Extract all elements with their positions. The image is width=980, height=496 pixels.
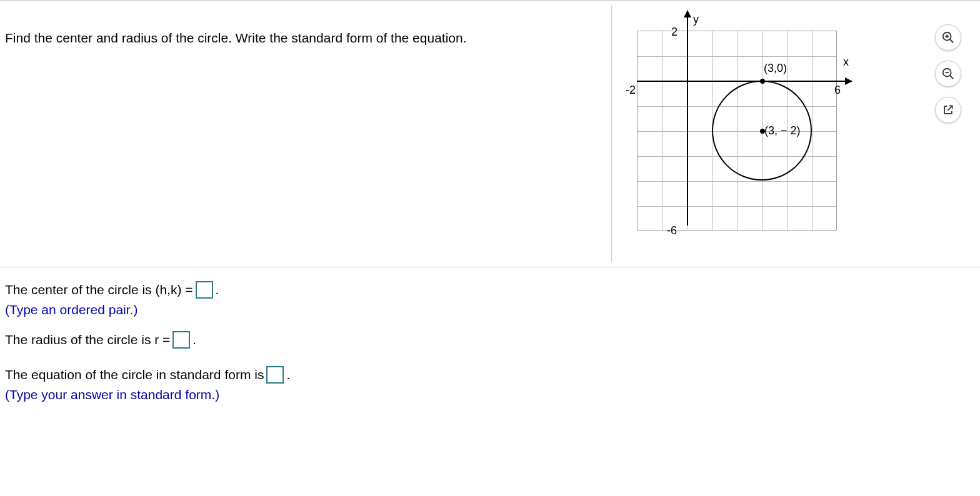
x-axis-label: x [843,56,849,69]
zoom-in-icon [941,31,955,44]
period: . [192,332,196,347]
center-label: The center of the circle is (h,k) = [5,282,193,297]
equation-hint: (Type your answer in standard form.) [5,387,975,402]
svg-line-5 [950,76,954,79]
zoom-in-button[interactable] [935,24,961,51]
point-on-circle [760,79,765,84]
equation-label: The equation of the circle in standard f… [5,367,264,382]
point-label-top: (3,0) [764,62,787,75]
x-axis [637,81,852,82]
y-tick-bottom: -6 [667,224,677,237]
problem-prompt: Find the center and radius of the circle… [5,31,467,45]
y-axis [687,11,688,226]
popout-button[interactable] [935,97,961,123]
period: . [216,282,219,297]
equation-input[interactable] [266,366,284,384]
svg-line-1 [950,39,954,43]
zoom-out-button[interactable] [935,61,961,87]
problem-text: Find the center and radius of the circle… [5,6,611,262]
radius-input[interactable] [172,331,190,349]
radius-answer-line: The radius of the circle is r = . [5,331,975,349]
equation-answer-line: The equation of the circle in standard f… [5,366,975,384]
popout-icon [942,104,954,116]
graph-toolbar [935,24,961,123]
y-axis-label: y [693,13,699,26]
center-input[interactable] [196,281,213,299]
center-answer-line: The center of the circle is (h,k) = . [5,281,975,299]
x-tick-right: 6 [834,84,841,97]
y-tick-top: 2 [671,26,678,39]
center-hint: (Type an ordered pair.) [5,302,975,317]
graph-container: y 2 -6 -2 6 (3,0) (3, − 2) [631,18,843,243]
radius-label: The radius of the circle is r = [5,332,170,347]
period: . [286,367,290,382]
problem-panel: Find the center and radius of the circle… [0,0,980,267]
graph-pane: y 2 -6 -2 6 (3,0) (3, − 2) x [611,6,980,262]
answer-section: The center of the circle is (h,k) = . (T… [0,267,980,435]
svg-line-7 [948,106,952,111]
x-tick-left: -2 [626,84,636,97]
zoom-out-icon [941,67,955,81]
point-label-center: (3, − 2) [764,124,801,137]
